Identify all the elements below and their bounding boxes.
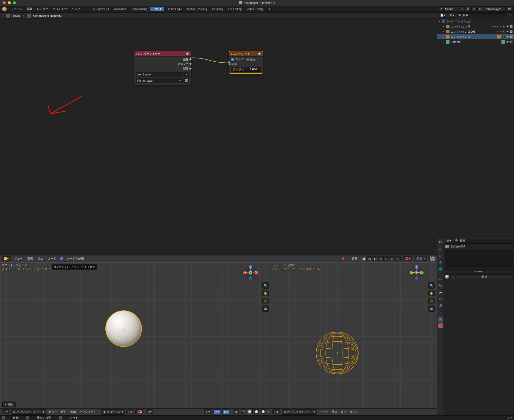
properties-type-selector[interactable]: 🗄▾ [445, 238, 453, 243]
menu-edit[interactable]: 編集 [25, 6, 34, 12]
last-operator-panel[interactable]: ▸ 移動 [2, 402, 16, 407]
tab-particles[interactable]: ✨ [438, 290, 443, 295]
snap-button[interactable]: 🧲▾ [403, 256, 412, 261]
camera-view-button[interactable]: 🎥 [262, 298, 269, 304]
node-render-button[interactable]: 🖼 [183, 78, 189, 83]
menu-select[interactable]: 選択 [60, 409, 68, 414]
properties-search-input[interactable]: 🔍 検索 [454, 239, 513, 243]
exclude-checkbox[interactable] [502, 35, 505, 38]
channel-color-button[interactable]: ▦ [361, 256, 367, 261]
channel-b-button[interactable]: B [395, 256, 401, 261]
outliner-row-active[interactable]: ▸ コレクション 3 👁🖼 [437, 34, 514, 39]
visibility-icon[interactable]: 👁 [506, 30, 509, 33]
outliner-row[interactable]: ▸ コレクション 5 ▽486◇5 👁🖼 [437, 24, 514, 29]
exclude-checkbox[interactable] [502, 30, 505, 33]
outliner-display-mode[interactable]: 🖼▾ [448, 13, 456, 18]
outliner-row[interactable]: ▸ コレクション 2.001 ▽13 👁🖼 [437, 29, 514, 34]
toggle-ortho-button[interactable]: ▦ [428, 306, 435, 312]
tab-object[interactable]: ▭ [438, 276, 443, 282]
breadcrumb-nodetree[interactable]: Compositing Nodetree [33, 14, 61, 17]
menu-add[interactable]: 追加 [69, 409, 77, 414]
pin-icon[interactable]: 📌 [341, 257, 345, 260]
collapse-icon[interactable]: ▾ [231, 53, 232, 55]
scene-pin-button[interactable]: ⎘ [459, 6, 464, 12]
channel-alpha-button[interactable]: ◧ [372, 256, 378, 261]
menu-select[interactable]: 選択 [26, 256, 34, 261]
collapse-icon[interactable]: ▾ [136, 53, 137, 55]
snap-toggle[interactable]: 🧲▾ [135, 409, 144, 414]
menu-render[interactable]: レンダー [35, 6, 50, 12]
socket-output-depth[interactable] [189, 67, 192, 70]
navigation-gizmo[interactable]: -Y Y Z X [409, 265, 424, 280]
workspace-tab[interactable]: 3D View Full [90, 6, 112, 12]
window-minimize-button[interactable] [8, 1, 11, 4]
menu-object[interactable]: オブジェクト [78, 409, 97, 414]
workspace-tab[interactable]: Video Editing [244, 6, 266, 12]
node-render-layers[interactable]: ▾ レンダーレイヤー 画像 アルファ 深度 ◔▾ Scene ✕ [134, 51, 191, 85]
viewport-front[interactable]: フロント・平行投影 (11) シーンコレクション | Sphere.007 コン… [0, 262, 271, 415]
window-close-button[interactable] [3, 1, 6, 4]
tab-world[interactable]: 🌐 [438, 266, 443, 271]
mode-selector[interactable]: ▭ オブジェクトモード ▾ [11, 409, 46, 415]
use-nodes-checkbox[interactable]: ✓ [60, 257, 63, 260]
use-alpha-checkbox[interactable]: ✓ [231, 58, 234, 61]
material-slot-list[interactable] [445, 250, 513, 268]
menu-add[interactable]: 追加 [340, 409, 347, 414]
workspace-tab[interactable]: UV Editing [226, 6, 244, 12]
visibility-icon[interactable]: 👁 [506, 40, 509, 43]
workspace-tab[interactable]: Animation [112, 6, 129, 12]
visibility-icon[interactable]: 👁 [506, 35, 509, 38]
workspace-tab-active[interactable]: Default [150, 7, 164, 11]
outliner-row[interactable]: ▸ Camera 👁🖼 [437, 39, 514, 44]
viewlayer-selector[interactable]: 🖼 RenderLayer [478, 6, 506, 12]
menu-select[interactable]: 選択 [331, 409, 338, 414]
alpha-slider[interactable]: アルファ 1.000 [231, 67, 261, 72]
workspace-tab[interactable]: Compositing [129, 6, 150, 12]
channel-r-button[interactable]: R [384, 256, 389, 261]
xray-toggle[interactable]: ⧉ [234, 409, 239, 414]
visibility-toggle[interactable]: 👁▾ [204, 409, 212, 414]
material-browse-button[interactable]: ＋ [451, 274, 455, 279]
render-icon[interactable]: 🖼 [510, 40, 513, 43]
menu-object[interactable]: オブジ [349, 409, 360, 414]
render-icon[interactable]: 🖼 [510, 25, 513, 28]
tab-scene[interactable]: ◔ [438, 260, 443, 265]
render-icon[interactable]: 🖼 [510, 35, 513, 38]
viewport-right[interactable]: ライト・平行投影 (11) シーンコレクション | Sphere.007 [271, 262, 437, 415]
pan-button[interactable]: ✋ [428, 290, 435, 296]
navigation-gizmo[interactable]: -X X Z Y [243, 265, 258, 280]
socket-output-image[interactable] [189, 58, 192, 61]
viewlayer-new-button[interactable]: 🗐 [507, 6, 512, 12]
menu-add[interactable]: 追加 [36, 256, 44, 261]
socket-input-alpha[interactable] [228, 61, 230, 64]
gizmo-toggle[interactable]: ⤭▾ [213, 409, 221, 414]
shading-wireframe[interactable] [241, 409, 246, 414]
menu-view[interactable]: ビュー [13, 256, 24, 261]
zoom-button[interactable]: 🔍 [262, 282, 269, 289]
node-preview-icon[interactable] [258, 52, 261, 55]
tab-material[interactable]: ● [438, 317, 443, 322]
pan-button[interactable]: ✋ [262, 290, 269, 296]
node-composite[interactable]: ▾ コンポジット ✓ アルファを使用 画像 アルファ [229, 51, 263, 73]
blender-logo-icon[interactable] [2, 7, 7, 11]
outliner-search-input[interactable]: 🔍 検索 [457, 13, 507, 17]
shading-solid[interactable] [247, 409, 253, 414]
snap-mode-select[interactable]: 近接 [415, 256, 427, 261]
channel-color-alpha-button[interactable]: ▨ [367, 256, 372, 261]
camera-view-button[interactable]: 🎥 [428, 298, 435, 304]
node-preview-icon[interactable] [186, 52, 189, 55]
material-slot-expand[interactable]: ▸ ●●● [444, 269, 514, 273]
menu-view[interactable]: ビュー [318, 409, 329, 414]
tab-output[interactable]: 🖨 [438, 246, 443, 251]
tab-viewlayer[interactable]: 🗂 [438, 253, 443, 258]
outliner-row-root[interactable]: ▾ シーンコレクション [437, 19, 514, 24]
render-icon[interactable]: 🖼 [510, 30, 513, 33]
tab-constraints[interactable]: 🔗 [438, 303, 443, 308]
visibility-icon[interactable]: 👁 [506, 25, 509, 28]
outliner-tree[interactable]: ▾ シーンコレクション ▸ コレクション 5 ▽486◇5 👁🖼 ▸ コレクショ… [437, 18, 514, 238]
tab-render[interactable]: 🖼 [438, 240, 443, 245]
mode-selector[interactable]: ▭ オブジェクトモード ▾ [282, 409, 317, 415]
workspace-tab[interactable]: Game Logic [164, 6, 184, 12]
overlay-toggle[interactable]: ⊞▾ [222, 409, 230, 414]
material-preview-icon[interactable] [445, 274, 449, 279]
